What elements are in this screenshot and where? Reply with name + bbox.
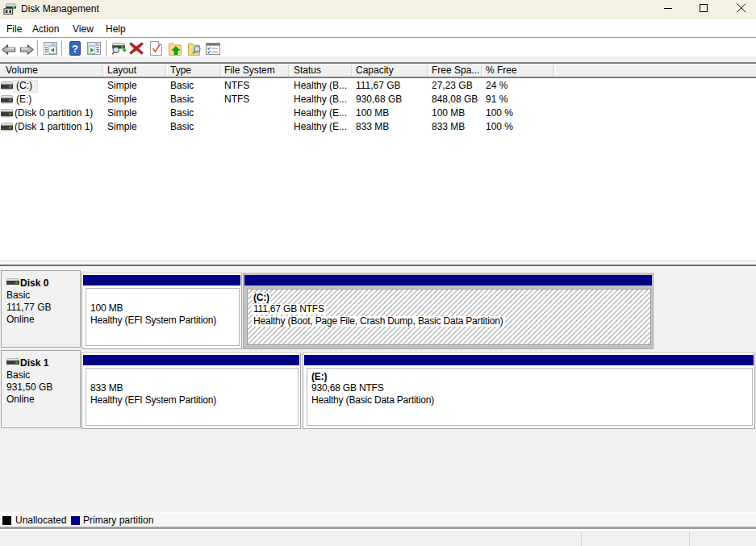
svg-text:?: ? xyxy=(72,43,78,55)
